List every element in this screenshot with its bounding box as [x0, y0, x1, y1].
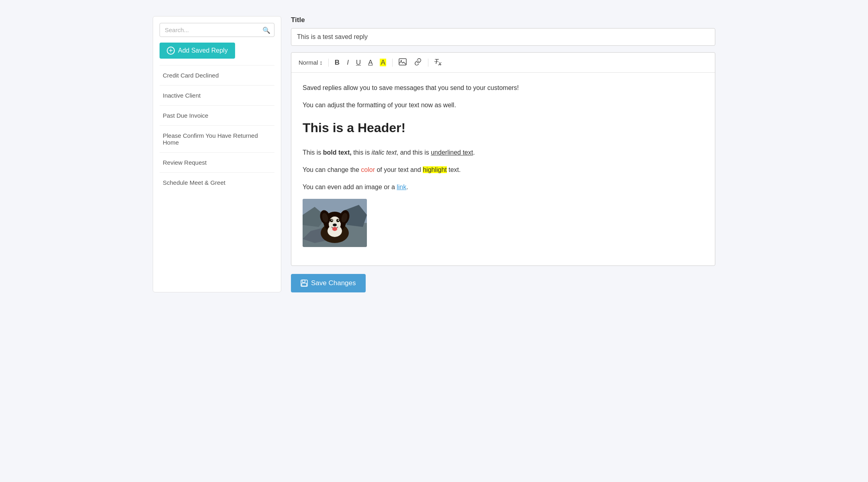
- editor-line-5: You can even add an image or a link.: [303, 182, 704, 192]
- text-color-button[interactable]: A: [365, 57, 375, 67]
- app-container: 🔍 + Add Saved Reply Credit Card Declined…: [153, 16, 715, 292]
- format-label: Normal: [299, 59, 318, 66]
- sidebar: 🔍 + Add Saved Reply Credit Card Declined…: [153, 16, 281, 292]
- plus-circle-icon: +: [167, 47, 175, 55]
- list-item[interactable]: Schedule Meet & Greet: [160, 172, 274, 192]
- search-box: 🔍: [160, 23, 274, 37]
- list-item[interactable]: Inactive Client: [160, 85, 274, 105]
- dog-image: [303, 199, 367, 247]
- save-icon: [301, 280, 308, 287]
- svg-rect-0: [399, 59, 406, 65]
- line3-italic: italic text: [372, 149, 397, 156]
- editor-line-1: Saved replies allow you to save messages…: [303, 82, 704, 93]
- svg-rect-24: [302, 283, 307, 286]
- svg-rect-23: [302, 280, 305, 282]
- chevron-down-icon: ↕: [319, 59, 323, 66]
- underline-button[interactable]: U: [353, 57, 364, 67]
- add-saved-reply-button[interactable]: + Add Saved Reply: [160, 43, 235, 59]
- line4-end: text.: [447, 166, 461, 173]
- toolbar-divider-3: [428, 59, 428, 67]
- line3-underline: underlined text: [431, 149, 473, 156]
- line4-pre: You can change the: [303, 166, 361, 173]
- toolbar-divider-2: [392, 59, 393, 67]
- line5-pre: You can even add an image or a: [303, 184, 397, 190]
- title-input[interactable]: [291, 28, 715, 46]
- clear-format-button[interactable]: Tx: [432, 57, 444, 68]
- editor-content[interactable]: Saved replies allow you to save messages…: [291, 73, 715, 266]
- toolbar: Normal ↕ B I U A A: [291, 53, 715, 73]
- editor-line-4: You can change the color of your text an…: [303, 164, 704, 175]
- main-content: Title Normal ↕ B I U A A: [291, 16, 715, 292]
- bold-button[interactable]: B: [332, 57, 342, 67]
- svg-point-1: [401, 60, 402, 61]
- line4-highlight: highlight: [423, 166, 447, 173]
- highlight-button[interactable]: A: [377, 57, 389, 67]
- editor-header: This is a Header!: [303, 117, 704, 139]
- line3-bold: bold text,: [323, 149, 352, 156]
- search-icon: 🔍: [262, 26, 270, 34]
- line5-link[interactable]: link: [397, 184, 406, 190]
- editor-wrapper: Normal ↕ B I U A A: [291, 52, 715, 266]
- editor-line-2: You can adjust the formatting of your te…: [303, 100, 704, 110]
- italic-button[interactable]: I: [344, 57, 352, 67]
- image-button[interactable]: [396, 57, 409, 68]
- line4-color: color: [361, 166, 375, 173]
- line4-mid: of your text and: [375, 166, 423, 173]
- list-item[interactable]: Credit Card Declined: [160, 65, 274, 85]
- save-changes-button[interactable]: Save Changes: [291, 274, 366, 292]
- line3-mid2: , and this is: [397, 149, 431, 156]
- title-label: Title: [291, 16, 715, 24]
- list-item[interactable]: Review Request: [160, 152, 274, 172]
- save-changes-label: Save Changes: [311, 279, 356, 287]
- list-item[interactable]: Please Confirm You Have Returned Home: [160, 125, 274, 152]
- line5-end: .: [406, 184, 408, 190]
- format-select[interactable]: Normal ↕: [296, 57, 325, 67]
- svg-point-16: [333, 224, 337, 227]
- link-button[interactable]: [411, 57, 425, 68]
- svg-point-15: [338, 220, 339, 221]
- line3-mid: this is: [352, 149, 372, 156]
- editor-line-3: This is bold text, this is italic text, …: [303, 147, 704, 158]
- search-input[interactable]: [160, 23, 274, 37]
- list-item[interactable]: Past Due Invoice: [160, 105, 274, 125]
- line3-pre: This is: [303, 149, 323, 156]
- add-saved-reply-label: Add Saved Reply: [178, 47, 228, 54]
- saved-replies-list: Credit Card Declined Inactive Client Pas…: [160, 65, 274, 192]
- line3-end: .: [473, 149, 475, 156]
- svg-point-14: [332, 220, 333, 221]
- svg-point-17: [332, 227, 337, 231]
- toolbar-divider: [328, 59, 329, 67]
